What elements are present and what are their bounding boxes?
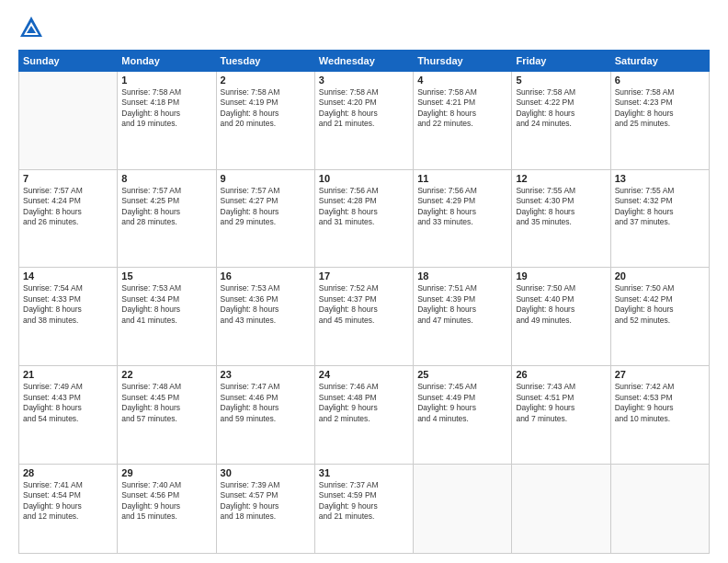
weekday-header: Monday (118, 51, 216, 72)
day-number: 2 (221, 75, 311, 86)
cell-info: Sunrise: 7:54 AM Sunset: 4:33 PM Dayligh… (23, 283, 113, 326)
cell-info: Sunrise: 7:58 AM Sunset: 4:18 PM Dayligh… (121, 87, 211, 130)
cell-info: Sunrise: 7:58 AM Sunset: 4:20 PM Dayligh… (319, 87, 409, 130)
cell-info: Sunrise: 7:58 AM Sunset: 4:22 PM Dayligh… (516, 87, 606, 130)
calendar-cell: 6Sunrise: 7:58 AM Sunset: 4:23 PM Daylig… (610, 72, 709, 170)
calendar-week-row: 7Sunrise: 7:57 AM Sunset: 4:24 PM Daylig… (19, 169, 710, 268)
day-number: 6 (615, 75, 705, 86)
cell-info: Sunrise: 7:40 AM Sunset: 4:56 PM Dayligh… (121, 480, 211, 523)
calendar-cell: 1Sunrise: 7:58 AM Sunset: 4:18 PM Daylig… (118, 72, 216, 170)
day-number: 15 (121, 270, 211, 282)
calendar-cell: 10Sunrise: 7:56 AM Sunset: 4:28 PM Dayli… (314, 169, 413, 268)
cell-info: Sunrise: 7:45 AM Sunset: 4:49 PM Dayligh… (417, 382, 507, 424)
calendar-cell: 14Sunrise: 7:54 AM Sunset: 4:33 PM Dayli… (19, 268, 118, 366)
cell-info: Sunrise: 7:58 AM Sunset: 4:23 PM Dayligh… (615, 87, 705, 130)
calendar-cell: 25Sunrise: 7:45 AM Sunset: 4:49 PM Dayli… (414, 366, 512, 465)
day-number: 22 (121, 369, 211, 380)
cell-info: Sunrise: 7:46 AM Sunset: 4:48 PM Dayligh… (319, 382, 409, 424)
calendar-cell: 4Sunrise: 7:58 AM Sunset: 4:21 PM Daylig… (414, 72, 512, 170)
day-number: 12 (516, 173, 606, 184)
cell-info: Sunrise: 7:58 AM Sunset: 4:19 PM Dayligh… (221, 87, 311, 130)
day-number: 18 (417, 270, 507, 282)
cell-info: Sunrise: 7:57 AM Sunset: 4:24 PM Dayligh… (23, 186, 113, 228)
calendar-cell: 20Sunrise: 7:50 AM Sunset: 4:42 PM Dayli… (610, 268, 709, 366)
cell-info: Sunrise: 7:47 AM Sunset: 4:46 PM Dayligh… (221, 382, 311, 424)
cell-info: Sunrise: 7:53 AM Sunset: 4:36 PM Dayligh… (221, 283, 311, 326)
calendar-cell (19, 72, 118, 170)
calendar-cell (512, 464, 610, 553)
calendar-cell: 24Sunrise: 7:46 AM Sunset: 4:48 PM Dayli… (314, 366, 413, 465)
day-number: 13 (615, 173, 705, 184)
calendar-cell: 31Sunrise: 7:37 AM Sunset: 4:59 PM Dayli… (314, 464, 413, 553)
calendar-week-row: 28Sunrise: 7:41 AM Sunset: 4:54 PM Dayli… (19, 464, 710, 553)
header (18, 15, 710, 40)
calendar-cell: 3Sunrise: 7:58 AM Sunset: 4:20 PM Daylig… (314, 72, 413, 170)
cell-info: Sunrise: 7:41 AM Sunset: 4:54 PM Dayligh… (23, 480, 113, 523)
cell-info: Sunrise: 7:50 AM Sunset: 4:42 PM Dayligh… (615, 283, 705, 326)
calendar-header-row: SundayMondayTuesdayWednesdayThursdayFrid… (19, 51, 710, 72)
cell-info: Sunrise: 7:55 AM Sunset: 4:32 PM Dayligh… (615, 186, 705, 228)
cell-info: Sunrise: 7:52 AM Sunset: 4:37 PM Dayligh… (319, 283, 409, 326)
day-number: 23 (221, 369, 311, 380)
cell-info: Sunrise: 7:56 AM Sunset: 4:29 PM Dayligh… (417, 186, 507, 228)
day-number: 26 (516, 369, 606, 380)
calendar-cell: 27Sunrise: 7:42 AM Sunset: 4:53 PM Dayli… (610, 366, 709, 465)
cell-info: Sunrise: 7:55 AM Sunset: 4:30 PM Dayligh… (516, 186, 606, 228)
weekday-header: Thursday (414, 51, 512, 72)
calendar-cell: 22Sunrise: 7:48 AM Sunset: 4:45 PM Dayli… (118, 366, 216, 465)
cell-info: Sunrise: 7:43 AM Sunset: 4:51 PM Dayligh… (516, 382, 606, 424)
day-number: 3 (319, 75, 409, 86)
calendar-cell: 13Sunrise: 7:55 AM Sunset: 4:32 PM Dayli… (610, 169, 709, 268)
day-number: 10 (319, 173, 409, 184)
cell-info: Sunrise: 7:57 AM Sunset: 4:27 PM Dayligh… (221, 186, 311, 228)
day-number: 8 (121, 173, 211, 184)
day-number: 28 (23, 467, 113, 478)
day-number: 20 (615, 270, 705, 282)
day-number: 4 (417, 75, 507, 86)
calendar-cell: 16Sunrise: 7:53 AM Sunset: 4:36 PM Dayli… (216, 268, 314, 366)
calendar-cell: 17Sunrise: 7:52 AM Sunset: 4:37 PM Dayli… (314, 268, 413, 366)
calendar-week-row: 14Sunrise: 7:54 AM Sunset: 4:33 PM Dayli… (19, 268, 710, 366)
logo (18, 15, 48, 40)
calendar-cell: 2Sunrise: 7:58 AM Sunset: 4:19 PM Daylig… (216, 72, 314, 170)
calendar-table: SundayMondayTuesdayWednesdayThursdayFrid… (18, 50, 710, 554)
cell-info: Sunrise: 7:51 AM Sunset: 4:39 PM Dayligh… (417, 283, 507, 326)
page: SundayMondayTuesdayWednesdayThursdayFrid… (0, 0, 728, 563)
logo-icon (18, 15, 44, 40)
day-number: 25 (417, 369, 507, 380)
calendar-cell: 19Sunrise: 7:50 AM Sunset: 4:40 PM Dayli… (512, 268, 610, 366)
calendar-cell (610, 464, 709, 553)
calendar-cell: 12Sunrise: 7:55 AM Sunset: 4:30 PM Dayli… (512, 169, 610, 268)
day-number: 11 (417, 173, 507, 184)
day-number: 24 (319, 369, 409, 380)
weekday-header: Friday (512, 51, 610, 72)
cell-info: Sunrise: 7:56 AM Sunset: 4:28 PM Dayligh… (319, 186, 409, 228)
day-number: 27 (615, 369, 705, 380)
weekday-header: Tuesday (216, 51, 314, 72)
cell-info: Sunrise: 7:58 AM Sunset: 4:21 PM Dayligh… (417, 87, 507, 130)
calendar-cell: 23Sunrise: 7:47 AM Sunset: 4:46 PM Dayli… (216, 366, 314, 465)
calendar-cell: 29Sunrise: 7:40 AM Sunset: 4:56 PM Dayli… (118, 464, 216, 553)
cell-info: Sunrise: 7:49 AM Sunset: 4:43 PM Dayligh… (23, 382, 113, 424)
calendar-cell: 15Sunrise: 7:53 AM Sunset: 4:34 PM Dayli… (118, 268, 216, 366)
weekday-header: Saturday (610, 51, 709, 72)
day-number: 9 (221, 173, 311, 184)
calendar-cell: 26Sunrise: 7:43 AM Sunset: 4:51 PM Dayli… (512, 366, 610, 465)
day-number: 1 (121, 75, 211, 86)
cell-info: Sunrise: 7:53 AM Sunset: 4:34 PM Dayligh… (121, 283, 211, 326)
cell-info: Sunrise: 7:42 AM Sunset: 4:53 PM Dayligh… (615, 382, 705, 424)
calendar-cell: 11Sunrise: 7:56 AM Sunset: 4:29 PM Dayli… (414, 169, 512, 268)
calendar-cell: 7Sunrise: 7:57 AM Sunset: 4:24 PM Daylig… (19, 169, 118, 268)
day-number: 31 (319, 467, 409, 478)
day-number: 21 (23, 369, 113, 380)
cell-info: Sunrise: 7:37 AM Sunset: 4:59 PM Dayligh… (319, 480, 409, 523)
cell-info: Sunrise: 7:39 AM Sunset: 4:57 PM Dayligh… (221, 480, 311, 523)
weekday-header: Sunday (19, 51, 118, 72)
calendar-cell: 5Sunrise: 7:58 AM Sunset: 4:22 PM Daylig… (512, 72, 610, 170)
calendar-week-row: 21Sunrise: 7:49 AM Sunset: 4:43 PM Dayli… (19, 366, 710, 465)
day-number: 17 (319, 270, 409, 282)
calendar-cell: 9Sunrise: 7:57 AM Sunset: 4:27 PM Daylig… (216, 169, 314, 268)
calendar-cell: 30Sunrise: 7:39 AM Sunset: 4:57 PM Dayli… (216, 464, 314, 553)
calendar-week-row: 1Sunrise: 7:58 AM Sunset: 4:18 PM Daylig… (19, 72, 710, 170)
day-number: 14 (23, 270, 113, 282)
